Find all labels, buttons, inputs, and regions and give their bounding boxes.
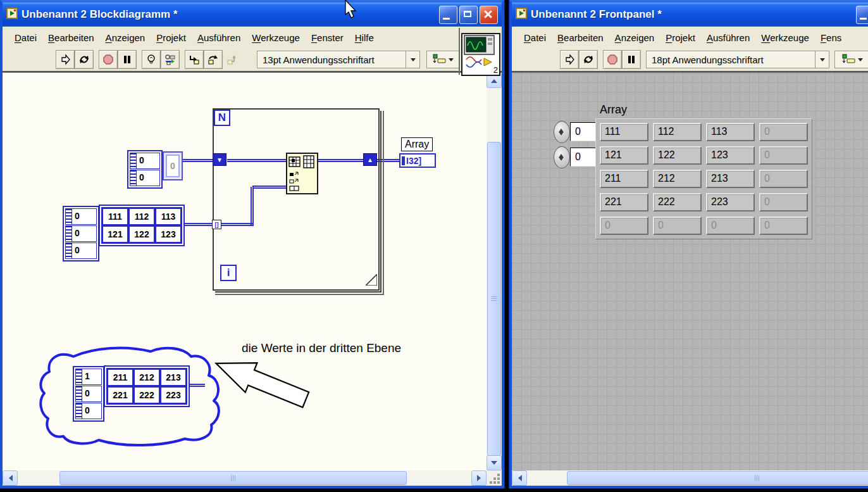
run-continuous-button[interactable] [75, 50, 94, 69]
titlebar[interactable]: Unbenannt 2 Blockdiagramm * [3, 3, 502, 27]
menu-bearbeiten[interactable]: Bearbeiten [42, 30, 100, 46]
menu-hilfe[interactable]: Hilfe [349, 30, 380, 46]
step-over-button[interactable] [204, 50, 223, 69]
scroll-left-button[interactable] [3, 470, 18, 486]
menu-anzeigen[interactable]: Anzeigen [100, 30, 151, 46]
run-button[interactable] [56, 50, 75, 69]
wire[interactable] [221, 223, 252, 226]
menu-fenster[interactable]: Fens [815, 30, 847, 46]
menu-werkzeuge[interactable]: Werkzeuge [755, 30, 815, 46]
loop-count-terminal[interactable]: N [214, 110, 230, 126]
index-value[interactable]: 0 [72, 243, 96, 258]
array-cell[interactable]: 0 [759, 193, 808, 211]
array-cell[interactable]: 0 [653, 217, 702, 235]
pause-button[interactable] [622, 50, 641, 69]
font-selector[interactable]: 13pt Anwendungsschriftart [257, 51, 420, 68]
indicator-terminal-i32[interactable]: I32] [399, 153, 436, 168]
index-spinner-icon[interactable] [130, 153, 137, 168]
array-element-display[interactable]: 0 [163, 151, 183, 180]
minimize-button[interactable] [856, 6, 868, 24]
array-cell[interactable]: 112 [653, 123, 702, 141]
align-objects-dropdown[interactable] [834, 51, 868, 68]
array-cell[interactable]: 221 [600, 193, 648, 211]
tunnel-autoindex-out[interactable]: ▲ [363, 153, 377, 166]
menu-projekt[interactable]: Projekt [660, 30, 701, 46]
index-value[interactable]: 0 [82, 386, 101, 401]
array-label[interactable]: Array [600, 103, 627, 117]
tunnel-array-in[interactable]: [] [212, 220, 221, 229]
run-button[interactable] [560, 50, 579, 69]
index-value[interactable]: 1 [82, 369, 101, 384]
scroll-down-button[interactable] [487, 455, 502, 470]
loop-iteration-terminal[interactable]: i [220, 265, 237, 281]
tunnel-autoindex-in[interactable]: ▼ [213, 153, 226, 166]
resize-grip[interactable] [487, 470, 502, 486]
menu-datei[interactable]: Datei [518, 30, 552, 46]
menu-datei[interactable]: Datei [9, 30, 42, 46]
array-cell[interactable]: 213 [706, 170, 755, 188]
array-cell[interactable]: 123 [706, 146, 755, 165]
array-cell[interactable]: 0 [759, 146, 808, 165]
index-spinner-icon[interactable] [76, 369, 82, 384]
index-value[interactable]: 0 [82, 403, 101, 419]
abort-button[interactable] [603, 50, 622, 69]
wire[interactable] [251, 187, 254, 226]
array-cell[interactable]: 122 [653, 146, 702, 165]
index-value[interactable]: 0 [137, 153, 159, 168]
menu-ausfuehren[interactable]: Ausführen [192, 30, 246, 46]
font-selector-dropdown[interactable] [406, 51, 419, 68]
vertical-scrollbar[interactable] [487, 72, 502, 470]
titlebar[interactable]: Unbenannt 2 Frontpanel * [512, 3, 868, 27]
array-cell[interactable]: 113 [706, 123, 755, 141]
array-cell[interactable]: 111 [600, 123, 648, 141]
array-cell[interactable]: 0 [759, 123, 808, 141]
array-cell[interactable]: 0 [759, 217, 808, 235]
font-selector[interactable]: 18pt Anwendungsschriftart [646, 51, 829, 68]
highlight-execution-button[interactable] [142, 50, 161, 69]
close-button[interactable] [480, 6, 498, 24]
menu-anzeigen[interactable]: Anzeigen [609, 30, 660, 46]
menu-werkzeuge[interactable]: Werkzeuge [246, 30, 306, 46]
scroll-right-button[interactable] [471, 470, 487, 486]
array-cell[interactable]: 0 [600, 217, 648, 235]
font-selector-dropdown[interactable] [815, 51, 829, 68]
front-panel-canvas[interactable]: Array 0 0 111 112 113 0 121 122 123 0 21… [512, 72, 868, 470]
index-spinner-icon[interactable] [66, 209, 72, 224]
horizontal-scroll-track[interactable] [18, 470, 471, 486]
pause-button[interactable] [118, 50, 137, 69]
array-control-2d[interactable]: 0 0 [127, 150, 163, 189]
index-spinner-icon[interactable] [66, 243, 72, 258]
horizontal-scrollbar[interactable] [3, 470, 502, 486]
retain-wire-values-button[interactable] [161, 50, 180, 69]
blob-array-constant-data[interactable]: 211 212 213 221 222 223 [104, 365, 190, 407]
index-spinner-icon[interactable] [130, 170, 137, 186]
menu-fenster[interactable]: Fenster [306, 30, 349, 46]
index-value[interactable]: 0 [72, 209, 96, 224]
wire[interactable] [252, 186, 286, 189]
maximize-button[interactable] [459, 6, 478, 24]
index-spinner-icon[interactable] [66, 226, 72, 241]
wire-stub[interactable] [190, 384, 205, 387]
array-cell[interactable]: 211 [600, 170, 648, 188]
step-out-button[interactable] [223, 50, 242, 69]
array-cell[interactable]: 222 [653, 193, 702, 211]
horizontal-scroll-track[interactable] [527, 470, 868, 486]
array-cell[interactable]: 0 [706, 217, 755, 235]
align-objects-dropdown[interactable] [426, 51, 459, 68]
array-indicator[interactable]: 111 112 113 0 121 122 123 0 211 212 213 … [595, 118, 812, 239]
menu-ausfuehren[interactable]: Ausführen [701, 30, 755, 46]
array-cell[interactable]: 223 [706, 193, 755, 211]
run-continuous-button[interactable] [579, 50, 598, 69]
block-diagram-canvas[interactable]: 0 0 0 N i ▼ ▲ [] [3, 72, 487, 470]
horizontal-scroll-thumb[interactable] [59, 471, 407, 485]
abort-button[interactable] [99, 50, 118, 69]
index-spinner[interactable] [554, 121, 570, 143]
vertical-scroll-track[interactable] [487, 88, 502, 455]
indicator-label[interactable]: Array [401, 137, 433, 151]
index-value[interactable]: 0 [137, 170, 159, 186]
index-spinner-icon[interactable] [76, 403, 82, 419]
array-constant-3d[interactable]: 0 0 0 [63, 206, 99, 262]
vi-icon-box[interactable]: 2 [461, 33, 500, 76]
vertical-scroll-thumb[interactable] [487, 142, 501, 456]
horizontal-scrollbar[interactable] [512, 470, 868, 486]
